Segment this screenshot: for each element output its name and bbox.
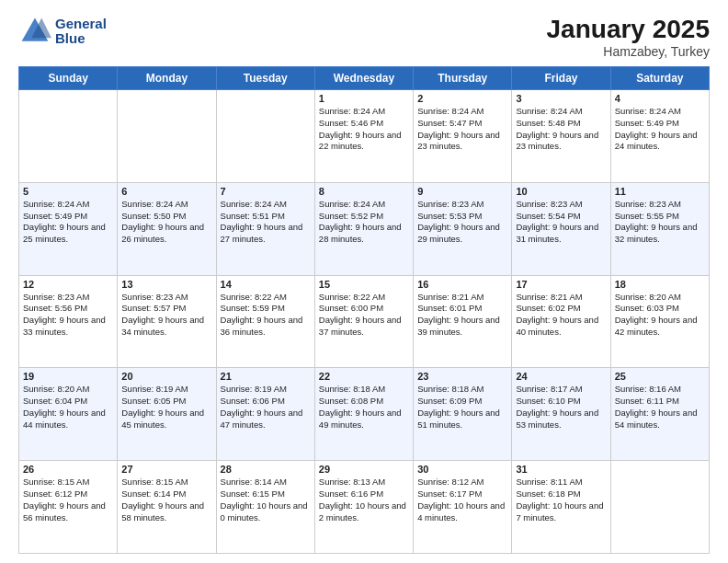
calendar-cell: 23Sunrise: 8:18 AMSunset: 6:09 PMDayligh… <box>414 368 512 461</box>
day-info: Sunrise: 8:21 AMSunset: 6:01 PMDaylight:… <box>417 292 507 339</box>
day-number: 9 <box>417 186 507 197</box>
logo: General Blue <box>18 15 107 48</box>
day-info: Sunrise: 8:23 AMSunset: 5:57 PMDaylight:… <box>121 292 211 339</box>
weekday-header-saturday: Saturday <box>610 67 709 90</box>
calendar-cell: 5Sunrise: 8:24 AMSunset: 5:49 PMDaylight… <box>19 182 118 275</box>
calendar-cell: 3Sunrise: 8:24 AMSunset: 5:48 PMDaylight… <box>512 90 610 183</box>
day-info: Sunrise: 8:19 AMSunset: 6:05 PMDaylight:… <box>121 384 211 431</box>
day-info: Sunrise: 8:22 AMSunset: 6:00 PMDaylight:… <box>319 292 409 339</box>
day-number: 20 <box>121 371 211 382</box>
day-info: Sunrise: 8:19 AMSunset: 6:06 PMDaylight:… <box>221 384 311 431</box>
day-info: Sunrise: 8:15 AMSunset: 6:14 PMDaylight:… <box>121 477 211 523</box>
day-info: Sunrise: 8:24 AMSunset: 5:51 PMDaylight:… <box>221 199 311 246</box>
day-number: 5 <box>23 186 113 197</box>
day-info: Sunrise: 8:24 AMSunset: 5:49 PMDaylight:… <box>23 199 113 246</box>
day-number: 14 <box>221 279 311 290</box>
day-info: Sunrise: 8:24 AMSunset: 5:49 PMDaylight:… <box>615 106 705 153</box>
day-info: Sunrise: 8:11 AMSunset: 6:18 PMDaylight:… <box>516 477 606 523</box>
calendar-cell: 4Sunrise: 8:24 AMSunset: 5:49 PMDaylight… <box>610 90 709 183</box>
day-info: Sunrise: 8:24 AMSunset: 5:50 PMDaylight:… <box>121 199 211 246</box>
day-number: 18 <box>615 279 705 290</box>
day-info: Sunrise: 8:14 AMSunset: 6:15 PMDaylight:… <box>221 477 311 523</box>
day-info: Sunrise: 8:15 AMSunset: 6:12 PMDaylight:… <box>23 477 113 523</box>
day-info: Sunrise: 8:20 AMSunset: 6:04 PMDaylight:… <box>23 384 113 431</box>
calendar-cell: 14Sunrise: 8:22 AMSunset: 5:59 PMDayligh… <box>216 275 314 368</box>
day-number: 24 <box>516 371 606 382</box>
day-number: 3 <box>516 93 606 104</box>
day-number: 25 <box>615 371 705 382</box>
weekday-header-tuesday: Tuesday <box>216 67 314 90</box>
calendar-cell: 28Sunrise: 8:14 AMSunset: 6:15 PMDayligh… <box>216 461 314 554</box>
day-number: 27 <box>121 464 211 475</box>
day-info: Sunrise: 8:23 AMSunset: 5:55 PMDaylight:… <box>615 199 705 246</box>
day-info: Sunrise: 8:23 AMSunset: 5:53 PMDaylight:… <box>417 199 507 246</box>
day-number: 29 <box>319 464 409 475</box>
day-info: Sunrise: 8:24 AMSunset: 5:52 PMDaylight:… <box>319 199 409 246</box>
calendar-cell: 31Sunrise: 8:11 AMSunset: 6:18 PMDayligh… <box>512 461 610 554</box>
title-block: January 2025 Hamzabey, Turkey <box>547 15 710 59</box>
calendar-cell: 1Sunrise: 8:24 AMSunset: 5:46 PMDaylight… <box>314 90 413 183</box>
calendar-cell: 11Sunrise: 8:23 AMSunset: 5:55 PMDayligh… <box>610 182 709 275</box>
day-info: Sunrise: 8:12 AMSunset: 6:17 PMDaylight:… <box>417 477 507 523</box>
day-info: Sunrise: 8:24 AMSunset: 5:47 PMDaylight:… <box>417 106 507 153</box>
calendar-cell: 26Sunrise: 8:15 AMSunset: 6:12 PMDayligh… <box>19 461 118 554</box>
calendar-cell: 19Sunrise: 8:20 AMSunset: 6:04 PMDayligh… <box>19 368 118 461</box>
day-info: Sunrise: 8:24 AMSunset: 5:48 PMDaylight:… <box>516 106 606 153</box>
day-number: 11 <box>615 186 705 197</box>
weekday-header-thursday: Thursday <box>414 67 512 90</box>
day-number: 7 <box>221 186 311 197</box>
month-title: January 2025 <box>547 15 710 44</box>
location-title: Hamzabey, Turkey <box>547 44 710 59</box>
day-number: 30 <box>417 464 507 475</box>
calendar-cell: 13Sunrise: 8:23 AMSunset: 5:57 PMDayligh… <box>118 275 216 368</box>
day-info: Sunrise: 8:17 AMSunset: 6:10 PMDaylight:… <box>516 384 606 431</box>
day-number: 10 <box>516 186 606 197</box>
calendar-table: SundayMondayTuesdayWednesdayThursdayFrid… <box>18 66 710 554</box>
calendar-cell: 15Sunrise: 8:22 AMSunset: 6:00 PMDayligh… <box>314 275 413 368</box>
weekday-header-friday: Friday <box>512 67 610 90</box>
day-number: 21 <box>221 371 311 382</box>
weekday-header-sunday: Sunday <box>19 67 118 90</box>
day-number: 23 <box>417 371 507 382</box>
day-info: Sunrise: 8:21 AMSunset: 6:02 PMDaylight:… <box>516 292 606 339</box>
day-info: Sunrise: 8:22 AMSunset: 5:59 PMDaylight:… <box>221 292 311 339</box>
calendar-cell <box>610 461 709 554</box>
day-number: 12 <box>23 279 113 290</box>
calendar-cell: 30Sunrise: 8:12 AMSunset: 6:17 PMDayligh… <box>414 461 512 554</box>
calendar-cell: 21Sunrise: 8:19 AMSunset: 6:06 PMDayligh… <box>216 368 314 461</box>
logo-icon <box>18 15 51 48</box>
day-info: Sunrise: 8:24 AMSunset: 5:46 PMDaylight:… <box>319 106 409 153</box>
calendar-cell <box>118 90 216 183</box>
calendar-cell: 12Sunrise: 8:23 AMSunset: 5:56 PMDayligh… <box>19 275 118 368</box>
day-number: 31 <box>516 464 606 475</box>
logo-text: General Blue <box>55 17 107 47</box>
calendar-cell: 22Sunrise: 8:18 AMSunset: 6:08 PMDayligh… <box>314 368 413 461</box>
day-number: 26 <box>23 464 113 475</box>
day-info: Sunrise: 8:18 AMSunset: 6:08 PMDaylight:… <box>319 384 409 431</box>
calendar-cell: 9Sunrise: 8:23 AMSunset: 5:53 PMDaylight… <box>414 182 512 275</box>
page: General Blue January 2025 Hamzabey, Turk… <box>0 0 728 563</box>
day-number: 17 <box>516 279 606 290</box>
day-number: 16 <box>417 279 507 290</box>
calendar-cell: 17Sunrise: 8:21 AMSunset: 6:02 PMDayligh… <box>512 275 610 368</box>
calendar-cell: 10Sunrise: 8:23 AMSunset: 5:54 PMDayligh… <box>512 182 610 275</box>
day-info: Sunrise: 8:18 AMSunset: 6:09 PMDaylight:… <box>417 384 507 431</box>
day-info: Sunrise: 8:23 AMSunset: 5:54 PMDaylight:… <box>516 199 606 246</box>
calendar-cell: 16Sunrise: 8:21 AMSunset: 6:01 PMDayligh… <box>414 275 512 368</box>
calendar-cell: 27Sunrise: 8:15 AMSunset: 6:14 PMDayligh… <box>118 461 216 554</box>
day-number: 8 <box>319 186 409 197</box>
day-number: 13 <box>121 279 211 290</box>
calendar-cell: 2Sunrise: 8:24 AMSunset: 5:47 PMDaylight… <box>414 90 512 183</box>
day-info: Sunrise: 8:23 AMSunset: 5:56 PMDaylight:… <box>23 292 113 339</box>
day-number: 1 <box>319 93 409 104</box>
day-number: 4 <box>615 93 705 104</box>
day-info: Sunrise: 8:16 AMSunset: 6:11 PMDaylight:… <box>615 384 705 431</box>
day-number: 28 <box>221 464 311 475</box>
calendar-cell: 25Sunrise: 8:16 AMSunset: 6:11 PMDayligh… <box>610 368 709 461</box>
day-number: 19 <box>23 371 113 382</box>
day-number: 2 <box>417 93 507 104</box>
header: General Blue January 2025 Hamzabey, Turk… <box>18 15 710 59</box>
calendar-cell <box>216 90 314 183</box>
weekday-header-wednesday: Wednesday <box>314 67 413 90</box>
day-number: 15 <box>319 279 409 290</box>
